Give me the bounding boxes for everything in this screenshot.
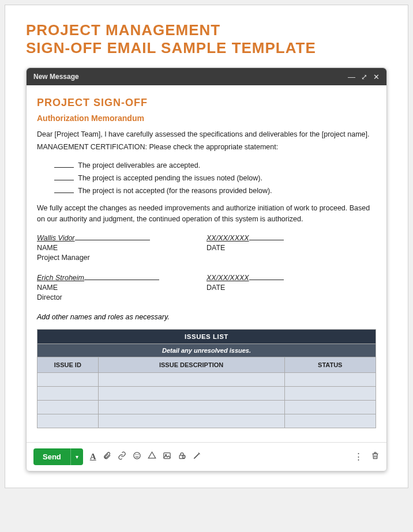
drive-icon[interactable] [148,451,156,462]
title-line-2: SIGN-OFF EMAIL SAMPLE TEMPLATE [26,39,316,56]
name-label: NAME [37,244,58,252]
cell-status[interactable] [284,414,376,428]
add-signers-note: Add other names and roles as necessary. [37,313,376,321]
signature-line [75,240,150,240]
acceptance-text: We fully accept the changes as needed im… [37,203,376,225]
cell-desc[interactable] [98,414,284,428]
cell-id[interactable] [37,400,99,414]
table-subtitle: Detail any unresolved issues. [37,344,376,357]
cell-desc[interactable] [98,372,284,386]
attach-icon[interactable] [103,451,111,462]
delete-icon[interactable] [371,451,380,462]
cell-status[interactable] [284,400,376,414]
cell-desc[interactable] [98,386,284,400]
email-intro: Dear [Project Team], I have carefully as… [37,129,376,153]
pen-icon[interactable] [193,451,201,462]
footer-left: Send ▾ A [33,448,201,465]
compose-footer: Send ▾ A [27,442,386,471]
date-line [249,280,284,280]
date-label: DATE [206,244,225,252]
cell-status[interactable] [284,372,376,386]
more-options-icon[interactable]: ⋮ [354,451,363,462]
send-dropdown[interactable]: ▾ [70,448,83,465]
signer-date-block: XX/XX/XXXX DATE [206,273,376,303]
page-title: PROJECT MANAGEMENT SIGN-OFF EMAIL SAMPLE… [26,21,387,57]
svg-point-0 [134,452,140,459]
signature-line [84,280,159,280]
format-text-icon[interactable]: A [90,452,96,462]
check-item: The project deliverables are accepted. [54,161,376,169]
confidential-icon[interactable] [178,451,186,462]
check-label: The project deliverables are accepted. [78,161,200,169]
col-header-desc: ISSUE DESCRIPTION [98,357,284,372]
date-label: DATE [206,284,225,292]
cell-id[interactable] [37,386,99,400]
signer-name-block: Erich Stroheim NAME Director [37,273,206,303]
minimize-icon[interactable]: — [348,73,355,81]
svg-point-2 [138,454,138,455]
signer-date: XX/XX/XXXX [206,234,249,242]
compose-body: PROJECT SIGN-OFF Authorization Memorandu… [27,85,386,433]
table-row [37,414,376,428]
signer-role: Project Manager [37,254,90,262]
blank-line[interactable] [54,180,74,180]
table-title: ISSUES LIST [37,329,376,344]
footer-right: ⋮ [354,451,380,462]
emoji-icon[interactable] [133,451,141,462]
email-subheading: Authorization Memorandum [37,114,376,123]
email-heading: PROJECT SIGN-OFF [37,97,376,109]
signer-role: Director [37,293,62,301]
format-toolbar: A [90,451,201,462]
check-item: The project is not accepted (for the rea… [54,187,376,195]
cell-desc[interactable] [98,400,284,414]
window-controls: — ⤢ ✕ [348,73,380,81]
col-header-status: STATUS [284,357,376,372]
signature-row: Erich Stroheim NAME Director XX/XX/XXXX … [37,273,376,303]
cell-id[interactable] [37,414,99,428]
svg-rect-3 [164,453,170,459]
image-icon[interactable] [163,451,171,462]
check-label: The project is accepted pending the issu… [78,174,262,182]
signer-date: XX/XX/XXXX [206,274,249,282]
certification-checklist: The project deliverables are accepted. T… [37,161,376,195]
date-line [249,240,284,240]
compose-header: New Message — ⤢ ✕ [27,68,386,85]
send-button-group: Send ▾ [33,448,83,465]
close-icon[interactable]: ✕ [373,73,380,81]
cell-status[interactable] [284,386,376,400]
signer-name: Erich Stroheim [37,274,84,282]
svg-point-1 [136,454,136,455]
check-label: The project is not accepted (for the rea… [78,187,272,195]
signature-row: Wallis Vidor NAME Project Manager XX/XX/… [37,233,376,263]
blank-line[interactable] [54,193,74,193]
check-item: The project is accepted pending the issu… [54,174,376,182]
page-container: PROJECT MANAGEMENT SIGN-OFF EMAIL SAMPLE… [5,5,408,488]
table-row [37,386,376,400]
table-row [37,372,376,386]
cell-id[interactable] [37,372,99,386]
signer-name-block: Wallis Vidor NAME Project Manager [37,233,206,263]
issues-table: ISSUES LIST Detail any unresolved issues… [37,329,376,428]
col-header-id: ISSUE ID [37,357,99,372]
link-icon[interactable] [118,451,126,462]
compose-title: New Message [33,73,79,81]
blank-line[interactable] [54,167,74,168]
table-row [37,400,376,414]
title-line-1: PROJECT MANAGEMENT [26,21,220,39]
signer-name: Wallis Vidor [37,234,75,242]
send-button[interactable]: Send [33,448,70,465]
name-label: NAME [37,284,58,292]
signer-date-block: XX/XX/XXXX DATE [206,233,376,263]
compose-window: New Message — ⤢ ✕ PROJECT SIGN-OFF Autho… [26,67,387,471]
expand-icon[interactable]: ⤢ [361,73,367,81]
